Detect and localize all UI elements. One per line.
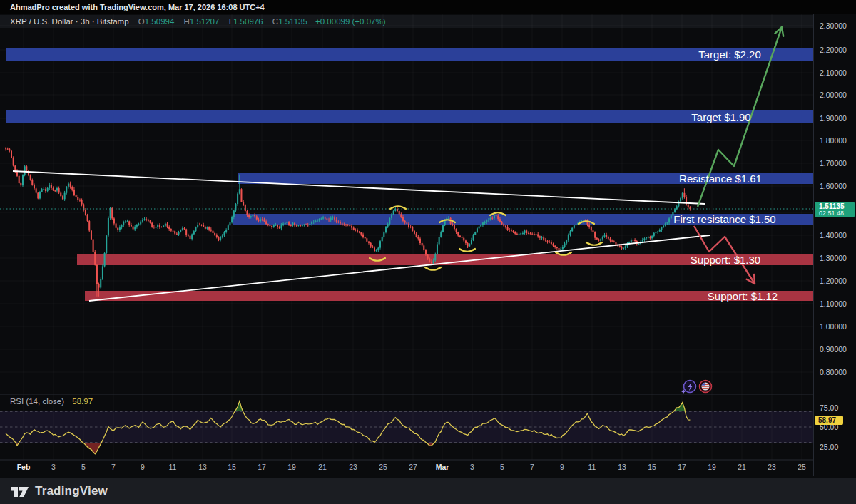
rsi-pane-layer (0, 401, 813, 454)
scale-label: 2.00000 (820, 91, 847, 99)
change-value: +0.00099 (+0.07%) (315, 17, 385, 26)
time-axis-label: 5 (489, 463, 515, 471)
time-axis-label: 25 (789, 463, 815, 471)
tradingview-chart-page: AhmadPro created with TradingView.com, M… (0, 0, 856, 504)
price-scale[interactable]: 2.300002.200002.100002.000001.900001.800… (813, 14, 856, 476)
scale-label: 2.20000 (820, 46, 847, 54)
band-label[interactable]: Target $1.90 (691, 111, 750, 123)
time-axis-label: 5 (71, 463, 96, 471)
rsi-value-badge: 58.97 (815, 416, 843, 425)
time-axis-label: 15 (639, 463, 665, 471)
time-axis-label: 17 (249, 463, 275, 471)
scale-label: 1.40000 (820, 231, 847, 240)
open-label: O (138, 17, 145, 26)
time-axis[interactable]: Feb3579111315171921232527Mar357911131517… (0, 460, 813, 476)
scale-label: 2.30000 (820, 21, 847, 30)
touch-arc[interactable] (586, 242, 602, 245)
scale-label: 1.20000 (820, 277, 847, 285)
time-axis-label: 7 (101, 463, 126, 471)
time-axis-label: 11 (160, 463, 185, 471)
time-axis-label: 23 (759, 463, 785, 471)
tradingview-wordmark[interactable]: TradingView (35, 484, 108, 498)
last-price-badge: 1.51135 02:51:48 (815, 202, 855, 217)
time-axis-label: 19 (279, 463, 305, 471)
symbol-legend: XRP / U.S. Dollar · 3h · Bitstamp O1.509… (10, 17, 386, 27)
scale-label: 2.10000 (820, 68, 847, 77)
band-label[interactable]: Support: $1.12 (708, 290, 778, 302)
time-axis-label: 11 (579, 463, 605, 471)
scale-label: 1.90000 (820, 114, 847, 123)
band-label[interactable]: Support: $1.30 (691, 254, 760, 266)
scale-label: 75.00 (820, 403, 838, 412)
rsi-value: 58.97 (72, 397, 93, 406)
pair-icons-layer (681, 381, 712, 394)
scale-label: 1.30000 (820, 254, 847, 262)
band-label[interactable]: Target: $2.20 (698, 48, 761, 61)
time-axis-label: 23 (340, 463, 366, 471)
time-axis-label: 21 (310, 463, 335, 471)
band-label[interactable]: First resistance $1.50 (673, 213, 775, 225)
touch-arc[interactable] (459, 249, 475, 252)
scale-label: 1.10000 (820, 299, 847, 308)
time-axis-label: 25 (370, 463, 396, 471)
time-axis-label: Feb (11, 463, 36, 471)
close-label: C (272, 17, 278, 26)
scale-label: 0.90000 (820, 345, 847, 354)
time-axis-label: 21 (729, 463, 755, 471)
time-axis-label: 17 (669, 463, 695, 471)
scale-label: 1.80000 (820, 136, 847, 145)
touch-arc[interactable] (390, 206, 406, 209)
time-axis-label: 3 (459, 463, 485, 471)
touch-arc[interactable] (425, 267, 441, 270)
time-axis-label: 13 (190, 463, 215, 471)
open-value: 1.50994 (145, 17, 175, 26)
time-axis-label: 27 (400, 463, 426, 471)
time-axis-label: 15 (219, 463, 245, 471)
time-axis-label: 7 (519, 463, 545, 471)
time-axis-label: 9 (130, 463, 156, 471)
low-value: 1.50976 (233, 17, 263, 26)
rsi-title[interactable]: RSI (14, close) (10, 397, 64, 406)
scale-label: 0.80000 (820, 368, 847, 376)
chart-canvas[interactable] (0, 0, 813, 476)
footer-bar: TradingView (0, 478, 856, 504)
scale-label: 1.70000 (820, 159, 847, 168)
scale-label: 25.00 (820, 443, 838, 451)
tradingview-logo-icon[interactable] (10, 484, 29, 499)
close-value: 1.51135 (278, 17, 307, 26)
scale-label: 1.60000 (820, 182, 847, 190)
time-axis-label: Mar (429, 463, 455, 471)
high-label: H (184, 17, 190, 26)
time-axis-label: 9 (549, 463, 575, 471)
scale-label: 1.00000 (820, 322, 847, 331)
time-axis-label: 3 (41, 463, 66, 471)
high-value: 1.51207 (190, 17, 220, 26)
time-axis-label: 13 (609, 463, 635, 471)
band-label[interactable]: Resistance $1.61 (679, 173, 762, 185)
bar-countdown: 02:51:48 (819, 210, 855, 217)
rsi-legend: RSI (14, close) 58.97 (10, 397, 93, 406)
time-axis-label: 19 (699, 463, 725, 471)
price-band[interactable] (6, 48, 813, 61)
price-band[interactable] (85, 291, 813, 301)
symbol-title[interactable]: XRP / U.S. Dollar · 3h · Bitstamp (10, 17, 129, 26)
